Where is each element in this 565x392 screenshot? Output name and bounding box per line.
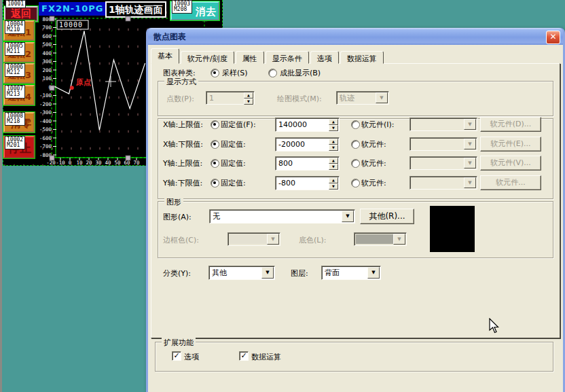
svg-text:200: 200 xyxy=(42,67,52,73)
radio-fixed-x-upper[interactable] xyxy=(211,120,219,129)
tab-strip: 基本 软元件/刻度 属性 显示条件 选项 数据运算 xyxy=(151,48,385,64)
category-combo[interactable]: 其他 ▼ xyxy=(208,266,275,280)
radio-fixed-y-upper[interactable] xyxy=(211,159,219,168)
hmi-back-button[interactable]: 返回 xyxy=(4,6,38,22)
svg-text:-500: -500 xyxy=(39,126,52,132)
x-upper-input[interactable]: 140000 ▲▼ xyxy=(275,118,340,132)
radio-device-x-upper[interactable] xyxy=(351,120,360,129)
spinner-arrows-icon[interactable]: ▲▼ xyxy=(329,177,338,189)
other-shape-button[interactable]: 其他(R)... xyxy=(360,209,414,224)
radio-device-x-lower[interactable] xyxy=(351,140,360,149)
svg-text:400: 400 xyxy=(42,50,52,56)
y-upper-input[interactable]: 800 ▲▼ xyxy=(275,156,340,171)
chevron-down-icon: ▼ xyxy=(464,139,476,149)
extended-group-title: 扩展功能 xyxy=(162,338,196,348)
layer-label: 图层: xyxy=(291,268,308,279)
border-color-label: 边框色(C): xyxy=(163,235,199,245)
draw-mode-label: 绘图模式(M): xyxy=(277,94,322,104)
checkbox-data-operation-label: 数据运算 xyxy=(251,352,281,362)
radio-sample[interactable] xyxy=(211,69,219,77)
graphic-group-title: 图形 xyxy=(164,197,183,207)
spinner-arrows-icon[interactable]: ▲▼ xyxy=(329,158,338,169)
radio-device-y-upper[interactable] xyxy=(351,159,360,168)
chevron-down-icon: ▼ xyxy=(267,234,279,245)
tab-options[interactable]: 选项 xyxy=(310,51,339,64)
tab-attribute[interactable]: 属性 xyxy=(236,51,264,64)
checkbox-options[interactable]: ✓ xyxy=(172,351,181,361)
svg-text:-300: -300 xyxy=(39,109,52,115)
points-label: 点数(P): xyxy=(166,94,194,104)
dialog-body: 基本 软元件/刻度 属性 显示条件 选项 数据运算 图表种类: 采样(S) 成批… xyxy=(148,45,563,392)
svg-text:20: 20 xyxy=(86,160,92,165)
chevron-down-icon: ▼ xyxy=(464,177,476,188)
x-lower-input[interactable]: -20000 ▲▼ xyxy=(275,137,340,152)
draw-mode-combo: 轨迹 ▼ xyxy=(336,91,389,105)
fixed-label: 固定值: xyxy=(221,178,246,188)
y-upper-device-button: 软元件(V)... xyxy=(480,156,541,171)
device-label: 10001 xyxy=(5,0,26,8)
back-color-combo: ▼ xyxy=(354,232,407,246)
fixed-label: 固定值: xyxy=(221,158,246,168)
y-lower-device-combo: ▼ xyxy=(409,176,477,190)
x-lower-device-button: 软元件(E)... xyxy=(480,137,541,152)
chevron-down-icon: ▼ xyxy=(464,158,476,168)
radio-batch-label: 成批显示(B) xyxy=(280,68,321,78)
device-option-label: 软元件(I): xyxy=(361,120,395,130)
checkbox-data-operation[interactable]: ✓ xyxy=(239,351,249,361)
spinner-arrows-icon[interactable]: ▲▼ xyxy=(329,139,338,150)
axis-row-label: X轴:下限值: xyxy=(163,139,203,149)
close-icon[interactable]: ✕ xyxy=(546,31,560,44)
points-spinner: 1 ▲▼ xyxy=(206,91,255,105)
radio-batch[interactable] xyxy=(268,69,277,77)
chevron-down-icon: ▼ xyxy=(464,119,476,130)
svg-text:30: 30 xyxy=(95,160,102,165)
svg-text:-700: -700 xyxy=(39,143,52,149)
svg-text:-100: -100 xyxy=(39,92,52,99)
device-label: 10008 M218 xyxy=(5,112,25,126)
radio-fixed-x-lower[interactable] xyxy=(211,140,219,149)
radio-sample-label: 采样(S) xyxy=(222,68,248,78)
device-label: 10006 M212 xyxy=(5,63,25,77)
category-label: 分类(Y): xyxy=(163,268,191,279)
hmi-back-label: 返回 xyxy=(11,7,31,20)
border-color-combo: ▼ xyxy=(227,232,280,246)
tab-data-operation[interactable]: 数据运算 xyxy=(340,51,384,64)
svg-text:-10: -10 xyxy=(56,160,65,165)
spinner-arrows-icon: ▲▼ xyxy=(244,92,253,103)
scatter-chart-dialog: 散点图表 ✕ 基本 软元件/刻度 属性 显示条件 选项 数据运算 图表种类: 采… xyxy=(146,28,565,392)
chevron-down-icon: ▼ xyxy=(393,234,405,245)
svg-text:50: 50 xyxy=(114,160,121,165)
radio-fixed-y-lower[interactable] xyxy=(211,179,219,188)
chevron-down-icon[interactable]: ▼ xyxy=(261,267,274,279)
svg-text:500: 500 xyxy=(42,41,52,48)
svg-text:-200: -200 xyxy=(39,101,52,107)
x-upper-device-button: 软元件(D)... xyxy=(480,117,541,132)
dialog-titlebar[interactable]: 散点图表 ✕ xyxy=(148,28,563,45)
shape-combo[interactable]: 无 ▼ xyxy=(209,209,355,224)
chevron-down-icon: ▼ xyxy=(376,92,388,103)
svg-text:10000: 10000 xyxy=(59,21,83,29)
chevron-down-icon[interactable]: ▼ xyxy=(342,211,354,222)
chevron-down-icon[interactable]: ▼ xyxy=(367,267,380,279)
window-edge xyxy=(0,0,2,392)
layer-combo[interactable]: 背面 ▼ xyxy=(321,266,381,280)
tab-device-scale[interactable]: 软元件/刻度 xyxy=(181,51,234,64)
x-lower-device-combo: ▼ xyxy=(409,137,477,151)
checkbox-options-label: 选项 xyxy=(184,352,199,362)
fixed-label: 固定值(F): xyxy=(221,120,256,130)
svg-text:100: 100 xyxy=(42,75,52,82)
svg-text:-600: -600 xyxy=(39,135,52,141)
hmi-erase-label: 消去 xyxy=(196,5,216,18)
tab-display-condition[interactable]: 显示条件 xyxy=(266,51,309,64)
shape-preview xyxy=(430,206,475,252)
y-lower-input[interactable]: -800 ▲▼ xyxy=(275,176,340,190)
svg-text:原点: 原点 xyxy=(75,78,91,87)
device-label: 10007 M213 xyxy=(5,85,25,99)
device-label: 10002 M201 xyxy=(5,136,25,149)
fixed-label: 固定值: xyxy=(221,139,246,149)
radio-device-y-lower[interactable] xyxy=(351,179,360,188)
device-label: 10005 M211 xyxy=(5,42,25,56)
spinner-arrows-icon[interactable]: ▲▼ xyxy=(329,119,338,130)
svg-text:300: 300 xyxy=(42,58,52,65)
tab-basic[interactable]: 基本 xyxy=(151,48,179,64)
